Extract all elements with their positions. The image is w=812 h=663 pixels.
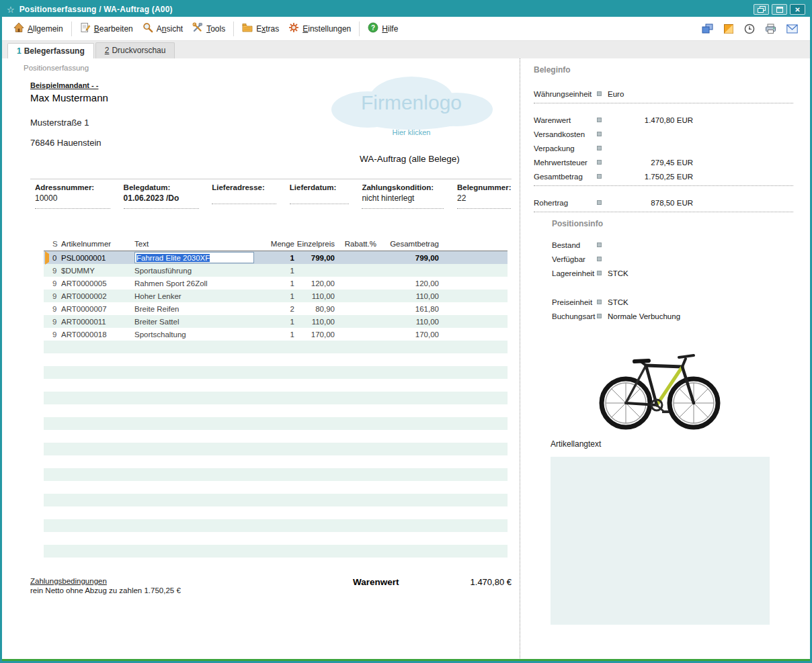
menu-tools[interactable]: Tools [188, 19, 230, 38]
field-label: Lieferdatum: [290, 183, 349, 191]
tab-druckvorschau[interactable]: 2Druckvorschau [95, 42, 175, 58]
company-logo-placeholder[interactable]: Firmenlogo Hier klicken [323, 71, 499, 142]
info-panel: Beleginfo Währungseinheit Euro Warenwert… [520, 58, 810, 661]
info-row-bestand: Bestand [534, 238, 810, 252]
col-gesamtbetrag: Gesamtbetrag [378, 240, 440, 248]
info-value: 279,45 EUR [608, 159, 693, 167]
menu-hilfe[interactable]: ? Hilfe [363, 19, 403, 38]
clock-icon[interactable] [744, 24, 755, 34]
menu-einstellungen[interactable]: Einstellungen [284, 19, 356, 38]
document-fields: Adressnummer: 10000 Belegdatum: 01.06.20… [35, 183, 511, 209]
color-swatch-icon[interactable] [723, 24, 734, 34]
maximize-icon [776, 7, 783, 13]
payment-terms-link[interactable]: Zahlungsbedingungen [30, 577, 353, 585]
printer-icon[interactable] [765, 24, 776, 34]
menu-label: Extras [256, 24, 279, 34]
table-row[interactable]: 9 ART0000011 Breiter Sattel 1 110,00 110… [44, 315, 508, 328]
mail-icon[interactable] [786, 24, 798, 34]
info-label: Mehrwertsteuer [534, 159, 597, 167]
home-icon [13, 22, 24, 35]
table-row[interactable]: 0 PSL0000001 Fahrrad Elite 2030XF 1 799,… [44, 251, 508, 264]
gear-icon [288, 22, 299, 35]
favorite-star-icon[interactable]: ☆ [7, 5, 15, 14]
empty-row [44, 494, 508, 506]
info-label: Gesamtbetrag [534, 173, 597, 181]
edit-page-icon [80, 22, 91, 35]
help-icon: ? [368, 22, 378, 35]
empty-row [44, 404, 508, 417]
overlapping-windows-icon[interactable] [702, 24, 713, 34]
col-rabatt: Rabatt.% [336, 240, 378, 248]
info-row-gesamtbetrag: Gesamtbetrag 1.750,25 EUR [534, 169, 810, 183]
field-label: Adressnummer: [35, 183, 110, 191]
artikellangtext-label: Artikellangtext [551, 439, 810, 449]
info-row-lagereinheit: Lagereinheit STCK [534, 266, 810, 280]
info-label: Rohertrag [534, 199, 597, 207]
content-area: Positionserfassung Beispielmandant - - M… [2, 58, 810, 661]
artikellangtext-field[interactable] [551, 457, 770, 625]
field-value[interactable] [290, 193, 349, 204]
close-window-button[interactable]: ✕ [790, 4, 805, 15]
table-row[interactable]: 9 ART0000018 Sportschaltung 1 170,00 170… [44, 328, 508, 341]
menu-bearbeiten[interactable]: Bearbeiten [75, 19, 138, 38]
info-label: Währungseinheit [534, 90, 597, 98]
dotted-divider [534, 103, 793, 103]
field-lieferdatum: Lieferdatum: [290, 183, 349, 209]
field-value[interactable]: 01.06.2023 /Do [124, 193, 199, 209]
table-row[interactable]: 9 ART0000005 Rahmen Sport 26Zoll 1 120,0… [44, 277, 508, 290]
menu-label: Allgemein [28, 24, 63, 34]
empty-row [44, 379, 508, 392]
menu-extras[interactable]: Extras [237, 19, 284, 38]
menu-ansicht[interactable]: Ansicht [138, 19, 188, 38]
text-edit-field[interactable]: Fahrrad Elite 2030XF [134, 252, 254, 263]
info-value: 878,50 EUR [608, 199, 693, 207]
document-form: Positionserfassung Beispielmandant - - M… [2, 58, 520, 661]
field-value[interactable]: 22 [457, 193, 511, 209]
tab-label: Druckvorschau [112, 46, 165, 55]
title-bar: ☆ Positionserfassung / WA-Auftrag (A00) … [2, 2, 810, 17]
info-label: Buchungsart [552, 312, 597, 320]
col-s: S [52, 240, 61, 248]
document-footer: Zahlungsbedingungen rein Netto ohne Abzu… [30, 577, 512, 594]
col-menge: Menge [266, 240, 296, 248]
info-label: Warenwert [534, 116, 597, 124]
field-value[interactable] [212, 193, 276, 204]
info-label: Verfügbar [552, 255, 597, 263]
table-row[interactable]: 9 ART0000002 Hoher Lenker 1 110,00 110,0… [44, 290, 508, 302]
bullet-square-icon [597, 91, 602, 96]
info-value: 1.750,25 EUR [608, 173, 693, 181]
close-icon: ✕ [795, 6, 800, 13]
table-row[interactable]: 9 $DUMMY Sportausführung 1 [44, 264, 508, 277]
tab-belegerfassung[interactable]: 1Belegerfassung [7, 43, 94, 59]
current-row-arrow-icon [45, 251, 49, 265]
document-title: WA-Auftrag (alle Belege) [360, 154, 460, 164]
field-value[interactable]: 10000 [35, 193, 110, 209]
positions-table: S Artikelnummer Text Menge Einzelpreis R… [44, 237, 508, 558]
menu-allgemein[interactable]: Allgemein [9, 19, 68, 38]
info-row-buchungsart: Buchungsart Normale Verbuchung [534, 309, 810, 323]
empty-row [44, 545, 508, 558]
info-value: 1.470,80 EUR [608, 116, 693, 124]
info-row-verpackung: Verpackung [534, 141, 810, 155]
info-label: Versandkosten [534, 130, 597, 138]
bullet-square-icon [597, 300, 602, 304]
selected-text: Fahrrad Elite 2030XF [136, 254, 210, 262]
menu-label: Ansicht [157, 24, 183, 34]
info-row-versandkosten: Versandkosten [534, 127, 810, 141]
info-row-verfuegbar: Verfügbar [534, 252, 810, 266]
info-row-preiseinheit: Preiseinheit STCK [534, 295, 810, 309]
table-row[interactable]: 9 ART0000007 Breite Reifen 2 80,90 161,8… [44, 302, 508, 315]
table-header: S Artikelnummer Text Menge Einzelpreis R… [44, 237, 508, 251]
field-value[interactable]: nicht hinterlegt [362, 193, 444, 209]
bullet-square-icon [597, 271, 602, 275]
maximize-window-button[interactable] [772, 4, 787, 15]
field-label: Belegnummer: [457, 183, 511, 191]
bullet-square-icon [597, 146, 602, 150]
restore-window-button[interactable] [754, 4, 769, 15]
empty-row [44, 468, 508, 481]
mandant-link[interactable]: Beispielmandant - - [30, 81, 98, 89]
empty-row [44, 506, 508, 519]
field-belegnummer: Belegnummer: 22 [457, 183, 511, 209]
col-einzelpreis: Einzelpreis [296, 240, 336, 248]
payment-terms-text: rein Netto ohne Abzug zu zahlen 1.750,25… [30, 586, 353, 594]
